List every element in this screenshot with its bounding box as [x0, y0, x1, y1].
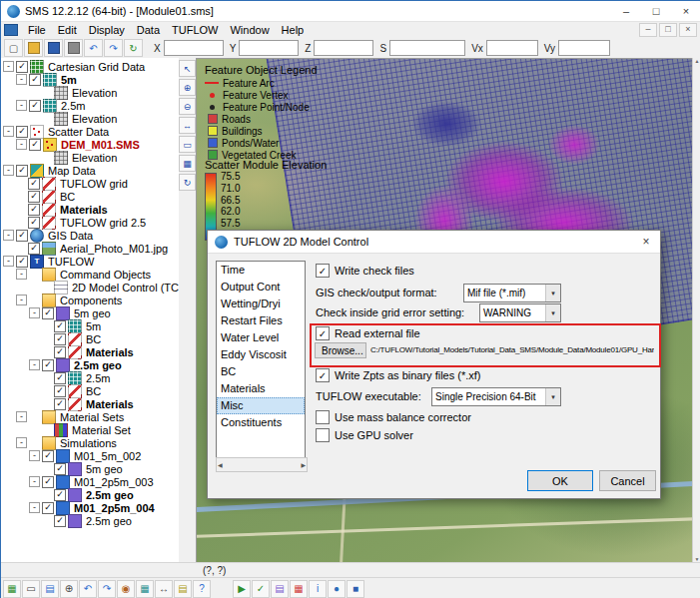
tree-checkbox[interactable]: ✓: [54, 320, 66, 332]
tree-item-tuflow-grid-2-5[interactable]: ✓TUFLOW grid 2.5: [1, 216, 179, 229]
write-zpts-checkbox[interactable]: ✓: [316, 368, 330, 382]
tree-checkbox[interactable]: ✓: [28, 204, 40, 216]
menu-window[interactable]: Window: [224, 22, 275, 38]
expander-icon[interactable]: -: [3, 256, 14, 267]
project-tree[interactable]: -✓Cartesian Grid Data-✓5mElevation-✓2.5m…: [1, 58, 180, 564]
scroll-up-icon[interactable]: ▲: [695, 58, 700, 64]
refresh-icon[interactable]: ↻: [124, 39, 143, 57]
measure-icon[interactable]: ↔: [155, 580, 173, 598]
tree-checkbox[interactable]: ✓: [29, 139, 41, 151]
tree-checkbox[interactable]: ✓: [28, 243, 40, 255]
dropdown-arrow-icon[interactable]: ▾: [545, 304, 560, 321]
tree-item-bc[interactable]: ✓BC: [1, 332, 179, 345]
expander-icon[interactable]: -: [3, 126, 14, 137]
expander-icon[interactable]: -: [16, 437, 27, 448]
read-external-checkbox[interactable]: ✓: [316, 326, 330, 340]
expander-icon[interactable]: -: [16, 411, 27, 422]
category-constituents[interactable]: Constituents: [217, 414, 305, 431]
category-time[interactable]: Time: [217, 262, 305, 279]
help-icon[interactable]: ?: [193, 580, 211, 598]
tree-item-2d-model-control-tcf[interactable]: 2D Model Control (TCF): [1, 281, 179, 294]
grid-error-dropdown[interactable]: WARNING ▾: [479, 303, 561, 322]
expander-icon[interactable]: -: [3, 230, 14, 241]
model-check-icon[interactable]: ✓: [252, 580, 270, 598]
select-grid-icon[interactable]: ▦: [290, 580, 308, 598]
scroll-right-icon[interactable]: ▶: [301, 461, 306, 468]
plan-view-icon[interactable]: ▤: [41, 580, 59, 598]
select-tool-icon[interactable]: ↖: [179, 60, 196, 77]
mass-balance-checkbox[interactable]: [316, 410, 330, 424]
tree-item-elevation[interactable]: Elevation: [1, 86, 179, 99]
tree-checkbox[interactable]: ✓: [42, 450, 54, 462]
tree-item-5m[interactable]: -✓5m: [1, 73, 179, 86]
tree-item-bc[interactable]: ✓BC: [1, 190, 179, 203]
zoom-in-tool-icon[interactable]: ⊕: [179, 79, 196, 96]
tree-item-bc[interactable]: ✓BC: [1, 384, 179, 397]
tree-item-components[interactable]: -Components: [1, 294, 179, 306]
expander-icon[interactable]: -: [16, 139, 27, 150]
expander-icon[interactable]: -: [29, 450, 40, 461]
tree-item-cartesian-grid-data[interactable]: -✓Cartesian Grid Data: [1, 60, 179, 73]
zoom-extents-icon[interactable]: ⊕: [60, 580, 78, 598]
tree-item-materials[interactable]: ✓Materials: [1, 203, 179, 216]
category-wetting-dryi[interactable]: Wetting/Dryi: [217, 296, 305, 312]
close-button[interactable]: ×: [671, 1, 700, 21]
rotate-tool-icon[interactable]: ↻: [179, 174, 196, 191]
category-water-level[interactable]: Water Level: [217, 329, 305, 346]
camera-icon[interactable]: ◉: [117, 580, 135, 598]
field-input[interactable]: [164, 40, 224, 56]
save-project-icon[interactable]: ■: [347, 580, 364, 598]
cancel-button[interactable]: Cancel: [599, 470, 656, 491]
tree-checkbox[interactable]: ✓: [54, 346, 66, 358]
tree-item-tuflow[interactable]: -✓TTUFLOW: [1, 255, 179, 268]
tree-item-elevation[interactable]: Elevation: [1, 112, 179, 125]
expander-icon[interactable]: -: [16, 100, 27, 111]
scroll-left-icon[interactable]: ◀: [218, 461, 223, 468]
mdi-minimize-icon[interactable]: –: [639, 23, 657, 37]
run-simulation-icon[interactable]: ▶: [233, 580, 251, 598]
tree-checkbox[interactable]: ✓: [54, 385, 66, 397]
tree-item-material-sets[interactable]: -Material Sets: [1, 410, 179, 423]
expander-icon[interactable]: -: [16, 74, 27, 85]
frame-icon[interactable]: ▭: [22, 580, 40, 598]
tree-item-m01-5m-002[interactable]: -✓M01_5m_002: [1, 449, 179, 462]
menu-tuflow[interactable]: TUFLOW: [166, 22, 224, 38]
tree-item-command-objects[interactable]: -Command Objects: [1, 268, 179, 281]
tree-checkbox[interactable]: ✓: [29, 74, 41, 86]
save-icon[interactable]: [44, 39, 63, 57]
field-input[interactable]: [558, 40, 610, 56]
tree-item-aerial-photo-m01-jpg[interactable]: ✓Aerial_Photo_M01.jpg: [1, 242, 179, 255]
tree-checkbox[interactable]: ✓: [42, 476, 54, 488]
field-input[interactable]: [389, 40, 465, 56]
undo-icon[interactable]: ↶: [84, 39, 103, 57]
tree-item-m01-2p5m-003[interactable]: -✓M01_2p5m_003: [1, 475, 179, 488]
layers-icon[interactable]: ▤: [271, 580, 289, 598]
tree-checkbox[interactable]: ✓: [54, 372, 66, 384]
tree-checkbox[interactable]: ✓: [54, 463, 66, 475]
category-eddy-viscosit[interactable]: Eddy Viscosit: [217, 346, 305, 363]
tree-checkbox[interactable]: ✓: [54, 333, 66, 345]
maximize-button[interactable]: □: [641, 1, 671, 21]
tree-checkbox[interactable]: ✓: [28, 217, 40, 229]
tree-item-simulations[interactable]: -Simulations: [1, 436, 179, 449]
executable-dropdown[interactable]: Single Precision 64-Bit ▾: [431, 387, 561, 406]
tree-checkbox[interactable]: ✓: [54, 489, 66, 501]
tree-item-materials[interactable]: ✓Materials: [1, 345, 179, 358]
tree-checkbox[interactable]: ✓: [16, 165, 28, 177]
tree-item-dem-m01-sms[interactable]: -✓DEM_M01.SMS: [1, 138, 179, 151]
print-icon[interactable]: [64, 39, 83, 57]
minimize-button[interactable]: –: [611, 1, 641, 21]
menu-data[interactable]: Data: [131, 22, 166, 38]
tree-item-2-5m-geo[interactable]: ✓2.5m geo: [1, 488, 179, 501]
expander-icon[interactable]: -: [29, 502, 40, 513]
tree-checkbox[interactable]: ✓: [29, 100, 41, 112]
browse-button[interactable]: Browse...: [315, 342, 366, 358]
open-file-icon[interactable]: [24, 39, 43, 57]
tree-checkbox[interactable]: ✓: [42, 359, 54, 371]
notes-icon[interactable]: ▤: [174, 580, 192, 598]
write-check-files-checkbox[interactable]: ✓: [316, 264, 330, 278]
tree-item-2-5m-geo[interactable]: ✓2.5m geo: [1, 514, 179, 527]
frame-tool-icon[interactable]: ▭: [179, 136, 196, 153]
tree-checkbox[interactable]: ✓: [28, 191, 40, 203]
redo-icon[interactable]: ↷: [104, 39, 123, 57]
